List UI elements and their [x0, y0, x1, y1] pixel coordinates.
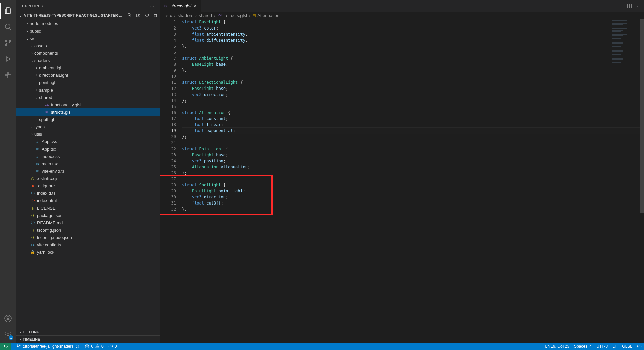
file-readme-md[interactable]: ⓘREADME.md	[16, 219, 160, 226]
code-line[interactable]: vec3 color;	[182, 25, 644, 31]
code-line[interactable]: struct PointLight {	[182, 146, 644, 152]
file-functionality-glsl[interactable]: GLfunctionality.glsl	[16, 101, 160, 108]
collapse-all-button[interactable]	[153, 13, 158, 18]
folder-assets[interactable]: ›assets	[16, 42, 160, 49]
new-file-button[interactable]	[127, 13, 132, 18]
breadcrumb-item[interactable]: shaders	[178, 13, 193, 18]
file-package-json[interactable]: {}package.json	[16, 212, 160, 219]
file-app-css[interactable]: #App.css	[16, 138, 160, 145]
code-line[interactable]: };	[182, 206, 644, 212]
folder-shaders[interactable]: ⌄shaders	[16, 57, 160, 64]
code-line[interactable]: };	[182, 170, 644, 176]
code-line[interactable]: };	[182, 43, 644, 49]
activity-source-control[interactable]	[0, 35, 16, 51]
status-indent[interactable]: Spaces: 4	[572, 343, 594, 350]
activity-search[interactable]	[0, 19, 16, 35]
file-license[interactable]: §LICENSE	[16, 204, 160, 212]
code-line[interactable]: };	[182, 98, 644, 104]
split-editor-button[interactable]	[627, 3, 632, 9]
activity-debug[interactable]	[0, 51, 16, 67]
activity-explorer[interactable]	[0, 3, 16, 19]
file-index-d-ts[interactable]: TSindex.d.ts	[16, 189, 160, 197]
remote-button[interactable]	[0, 343, 11, 350]
code-line[interactable]: vec3 direction;	[182, 92, 644, 98]
folder-node-modules[interactable]: ›node_modules	[16, 20, 160, 27]
vertical-scrollbar[interactable]	[640, 19, 644, 343]
breadcrumb-item[interactable]: GLstructs.glsl	[217, 13, 247, 18]
code-line[interactable]: BaseLight base;	[182, 85, 644, 92]
code-line[interactable]: float constant;	[182, 116, 644, 122]
code-line[interactable]: struct DirectionalLight {	[182, 79, 644, 85]
file-structs-glsl[interactable]: GLstructs.glsl	[16, 108, 160, 116]
breadcrumb-item[interactable]: src	[166, 13, 172, 18]
code-line[interactable]: PointLight pointLight;	[182, 188, 644, 194]
tab-structs-glsl[interactable]: GL structs.glsl ✕	[160, 0, 201, 12]
status-cursor[interactable]: Ln 19, Col 23	[543, 343, 572, 350]
code-line[interactable]: };	[182, 134, 644, 140]
folder-types[interactable]: ›types	[16, 123, 160, 130]
status-feedback[interactable]	[635, 343, 644, 350]
code-line[interactable]: BaseLight base;	[182, 152, 644, 158]
code-line[interactable]: float ambientIntensity;	[182, 31, 644, 37]
folder-shared[interactable]: ⌄shared	[16, 94, 160, 101]
code-line[interactable]	[182, 176, 644, 182]
activity-account[interactable]	[0, 310, 16, 327]
folder-utils[interactable]: ›utils	[16, 130, 160, 138]
breadcrumb-item[interactable]: ⊞Attenuation	[252, 13, 279, 18]
status-problems[interactable]: 0 0	[82, 343, 106, 350]
folder-ambientlight[interactable]: ›ambientLight	[16, 64, 160, 71]
code-line[interactable]	[182, 104, 644, 110]
folder-pointlight[interactable]: ›pointLight	[16, 79, 160, 86]
file-yarn-lock[interactable]: 🔒yarn.lock	[16, 248, 160, 256]
folder-src[interactable]: ⌄src	[16, 35, 160, 42]
breadcrumbs[interactable]: src›shaders›shared›GLstructs.glsl›⊞Atten…	[160, 12, 644, 19]
folder-public[interactable]: ›public	[16, 27, 160, 35]
minimap[interactable]	[612, 20, 639, 63]
status-ports[interactable]: 0	[106, 343, 119, 350]
code-line[interactable]	[182, 49, 644, 55]
project-header[interactable]: ⌄ VITE-THREEJS-TYPESCRIPT-REACT-GLSL-STA…	[16, 12, 160, 19]
status-eol[interactable]: LF	[610, 343, 620, 350]
refresh-button[interactable]	[144, 13, 150, 18]
status-encoding[interactable]: UTF-8	[594, 343, 610, 350]
file-index-css[interactable]: #index.css	[16, 153, 160, 160]
file--gitignore[interactable]: ◆.gitignore	[16, 182, 160, 189]
status-language[interactable]: GLSL	[620, 343, 635, 350]
tab-close-button[interactable]: ✕	[193, 3, 197, 8]
scrollbar-thumb[interactable]	[640, 19, 644, 213]
code-line[interactable]: struct BaseLight {	[182, 19, 644, 25]
editor-more-button[interactable]: ···	[635, 3, 640, 8]
code-line[interactable]: struct AmbientLight {	[182, 55, 644, 61]
file-main-tsx[interactable]: TSmain.tsx	[16, 160, 160, 167]
code-line[interactable]: struct Attenuation {	[182, 110, 644, 116]
code-line[interactable]: struct SpotLight {	[182, 182, 644, 188]
code-line[interactable]: float exponential;	[182, 128, 644, 134]
file-tsconfig-node-json[interactable]: {}tsconfig.node.json	[16, 234, 160, 241]
status-branch[interactable]: tutorial/three-js/light-shaders	[14, 343, 82, 350]
folder-directionallight[interactable]: ›directionalLight	[16, 71, 160, 79]
code-line[interactable]: float cutOff;	[182, 200, 644, 206]
code-line[interactable]: Attenuation attenuation;	[182, 164, 644, 170]
outline-section[interactable]: › OUTLINE	[16, 328, 160, 335]
timeline-section[interactable]: › TIMELINE	[16, 335, 160, 343]
activity-extensions[interactable]	[0, 67, 16, 83]
code-line[interactable]: vec3 direction;	[182, 194, 644, 200]
new-folder-button[interactable]	[136, 13, 141, 18]
code-content[interactable]: struct BaseLight { vec3 color; float amb…	[182, 19, 644, 343]
activity-settings[interactable]: 1	[0, 327, 16, 343]
file-app-tsx[interactable]: TSApp.tsx	[16, 145, 160, 153]
folder-components[interactable]: ›components	[16, 49, 160, 57]
code-line[interactable]: BaseLight base;	[182, 61, 644, 67]
file-vite-env-d-ts[interactable]: TSvite-env.d.ts	[16, 167, 160, 175]
breadcrumb-item[interactable]: shared	[199, 13, 212, 18]
code-line[interactable]	[182, 140, 644, 146]
code-area[interactable]: 1234567891011121314151617181920212223242…	[160, 19, 644, 343]
sidebar-more-button[interactable]: ···	[150, 4, 154, 8]
folder-spotlight[interactable]: ›spotLight	[16, 116, 160, 123]
code-line[interactable]: vec3 position;	[182, 158, 644, 164]
folder-sample[interactable]: ›sample	[16, 86, 160, 94]
code-line[interactable]: float linear;	[182, 122, 644, 128]
code-line[interactable]: };	[182, 67, 644, 73]
file-tsconfig-json[interactable]: {}tsconfig.json	[16, 226, 160, 234]
file-index-html[interactable]: <>index.html	[16, 197, 160, 204]
